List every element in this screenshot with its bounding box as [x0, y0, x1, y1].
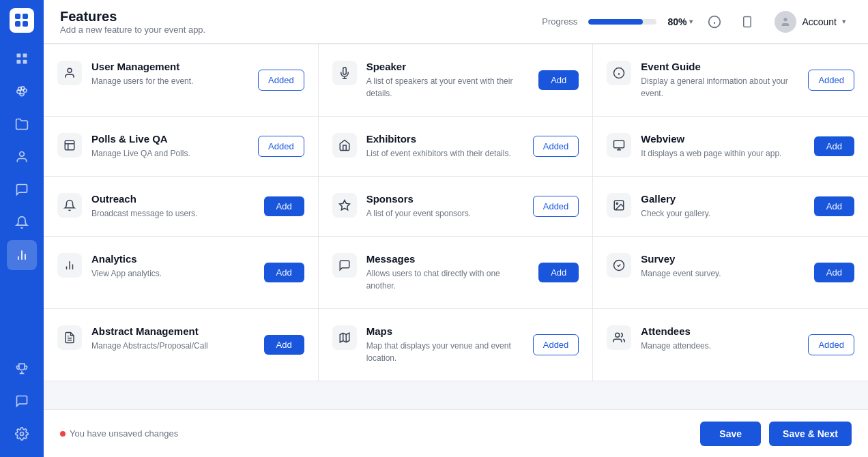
- features-grid: User Management Manage users for the eve…: [44, 44, 868, 381]
- feature-desc: A list of speakers at your event with th…: [366, 75, 530, 100]
- feature-name: Polls & Live QA: [91, 133, 248, 145]
- feature-info: Abstract Management Manage Abstracts/Pro…: [91, 325, 255, 352]
- survey-icon: [607, 253, 631, 278]
- feature-card-messages: Messages Allows users to chat directly w…: [319, 237, 594, 309]
- add-button-gallery[interactable]: Add: [814, 196, 854, 216]
- gallery-icon: [607, 193, 631, 218]
- feature-name: Messages: [366, 253, 530, 265]
- account-label: Account: [802, 16, 837, 27]
- feature-info: Exhibitors List of event exhibitors with…: [366, 133, 523, 160]
- progress-bar: [588, 19, 656, 25]
- sidebar-item-bell[interactable]: [7, 207, 37, 237]
- avatar: [775, 11, 796, 33]
- sidebar-logo[interactable]: [10, 8, 34, 33]
- feature-name: User Management: [91, 61, 248, 72]
- added-button-attendees[interactable]: Added: [808, 334, 854, 355]
- add-button-webview[interactable]: Add: [814, 136, 854, 156]
- feature-desc: Manage users for the event.: [91, 75, 248, 87]
- page-header: Features Add a new feature to your event…: [44, 0, 868, 44]
- feature-card-speaker: Speaker A list of speakers at your event…: [319, 44, 594, 117]
- sidebar-item-grid[interactable]: [7, 44, 37, 74]
- svg-rect-5: [23, 54, 27, 58]
- feature-info: Webview It displays a web page within yo…: [641, 133, 805, 160]
- svg-rect-0: [15, 14, 20, 19]
- svg-rect-4: [17, 54, 21, 58]
- save-next-button[interactable]: Save & Next: [769, 422, 852, 446]
- svg-rect-30: [65, 141, 74, 150]
- outreach-icon: [57, 193, 82, 218]
- feature-desc: Map that displays your venue and event l…: [366, 340, 523, 364]
- added-button-polls-&-live-qa[interactable]: Added: [258, 136, 304, 157]
- feature-desc: Manage Abstracts/Proposal/Call: [91, 340, 255, 352]
- main-content: Features Add a new feature to your event…: [44, 0, 868, 457]
- svg-marker-36: [339, 201, 349, 210]
- add-button-abstract-management[interactable]: Add: [264, 335, 304, 355]
- feature-info: Speaker A list of speakers at your event…: [366, 61, 530, 100]
- header-right: Progress 80% ▾: [542, 8, 852, 35]
- sidebar-item-folder[interactable]: [7, 109, 37, 139]
- abstract-management-icon: [57, 325, 82, 350]
- feature-desc: It displays a web page within your app.: [641, 147, 805, 160]
- feature-card-attendees: Attendees Manage attendees. Added: [593, 309, 868, 381]
- added-button-user-management[interactable]: Added: [258, 70, 304, 91]
- feature-desc: Broadcast message to users.: [91, 207, 255, 220]
- svg-point-23: [784, 18, 787, 21]
- add-button-speaker[interactable]: Add: [538, 70, 579, 90]
- feature-info: Survey Manage event survey.: [641, 253, 805, 280]
- feature-card-maps: Maps Map that displays your venue and ev…: [319, 309, 594, 381]
- mobile-preview-button[interactable]: [736, 11, 758, 33]
- sidebar-item-trophy[interactable]: [7, 353, 37, 383]
- feature-desc: Check your gallery.: [641, 207, 805, 220]
- user-management-icon: [57, 61, 82, 85]
- messages-icon: [332, 253, 357, 278]
- info-button[interactable]: [704, 11, 725, 33]
- feature-info: Event Guide Display a general informatio…: [641, 61, 798, 100]
- feature-card-abstract-management: Abstract Management Manage Abstracts/Pro…: [44, 309, 319, 381]
- svg-point-38: [617, 203, 618, 204]
- sidebar-item-analytics[interactable]: [7, 240, 37, 270]
- feature-info: Analytics View App analytics.: [91, 253, 255, 280]
- sidebar-item-messages[interactable]: [7, 386, 37, 416]
- add-button-messages[interactable]: Add: [538, 263, 579, 282]
- feature-card-exhibitors: Exhibitors List of event exhibitors with…: [319, 117, 594, 177]
- save-button[interactable]: Save: [700, 422, 761, 446]
- page-footer: You have unsaved changes Save Save & Nex…: [44, 409, 868, 457]
- feature-card-gallery: Gallery Check your gallery. Add: [593, 177, 868, 237]
- feature-info: Maps Map that displays your venue and ev…: [366, 325, 523, 364]
- attendees-icon: [607, 325, 631, 350]
- progress-fill: [588, 19, 643, 25]
- feature-info: Sponsors A list of your event sponsors.: [366, 193, 523, 220]
- feature-info: Attendees Manage attendees.: [641, 325, 798, 352]
- added-button-sponsors[interactable]: Added: [533, 196, 579, 217]
- page-subtitle: Add a new feature to your event app.: [60, 25, 205, 35]
- progress-label: Progress: [542, 16, 577, 27]
- added-button-event-guide[interactable]: Added: [808, 70, 854, 91]
- speaker-icon: [332, 61, 357, 85]
- svg-rect-1: [23, 14, 28, 19]
- sidebar-item-user[interactable]: [7, 142, 37, 172]
- feature-card-user-management: User Management Manage users for the eve…: [44, 44, 319, 117]
- feature-desc: Manage Live QA and Polls.: [91, 147, 248, 160]
- feature-card-sponsors: Sponsors A list of your event sponsors. …: [319, 177, 594, 237]
- add-button-outreach[interactable]: Add: [264, 196, 304, 216]
- unsaved-dot-icon: [60, 431, 66, 437]
- sidebar-item-paint[interactable]: [7, 76, 37, 106]
- unsaved-changes-message: You have unsaved changes: [60, 428, 178, 439]
- feature-desc: Manage event survey.: [641, 267, 805, 280]
- sidebar-item-chat[interactable]: [7, 175, 37, 205]
- feature-name: Sponsors: [366, 193, 523, 205]
- sidebar-item-settings[interactable]: [7, 419, 37, 449]
- progress-percent[interactable]: 80% ▾: [667, 16, 693, 27]
- svg-point-17: [20, 432, 24, 436]
- added-button-maps[interactable]: Added: [533, 334, 579, 355]
- added-button-exhibitors[interactable]: Added: [533, 136, 579, 157]
- sponsors-icon: [332, 193, 357, 218]
- page-title: Features: [60, 9, 205, 25]
- svg-point-24: [68, 68, 72, 72]
- svg-rect-3: [23, 21, 28, 27]
- add-button-analytics[interactable]: Add: [264, 263, 304, 282]
- add-button-survey[interactable]: Add: [814, 263, 854, 282]
- feature-info: Polls & Live QA Manage Live QA and Polls…: [91, 133, 248, 160]
- account-button[interactable]: Account ▾: [769, 8, 852, 35]
- event-guide-icon: [607, 61, 631, 85]
